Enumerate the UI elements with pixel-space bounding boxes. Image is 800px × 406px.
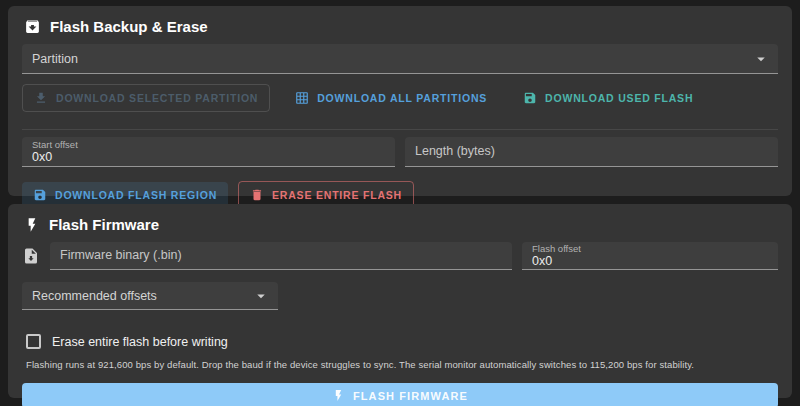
flash-firmware-title: Flash Firmware [49,216,159,233]
firmware-binary-field[interactable] [50,242,512,270]
download-used-flash-label: DOWNLOAD USED FLASH [545,92,693,104]
start-offset-label: Start offset [32,139,385,150]
recommended-offsets-label: Recommended offsets [32,289,157,303]
flash-backup-header: Flash Backup & Erase [22,14,778,44]
download-used-flash-button[interactable]: DOWNLOAD USED FLASH [512,85,704,111]
backup-buttons-row: DOWNLOAD SELECTED PARTITION DOWNLOAD ALL… [22,84,778,112]
flash-firmware-button[interactable]: FLASH FIRMWARE [22,383,778,406]
download-selected-partition-label: DOWNLOAD SELECTED PARTITION [56,92,258,104]
save-icon [523,91,537,105]
chevron-down-icon [252,287,270,305]
erase-before-write-row[interactable]: Erase entire flash before writing [26,334,778,349]
bolt-icon [332,389,345,402]
save-icon [33,188,47,202]
erase-entire-flash-label: ERASE ENTIRE FLASH [272,189,402,201]
download-all-partitions-button[interactable]: DOWNLOAD ALL PARTITIONS [284,85,498,111]
download-selected-partition-button[interactable]: DOWNLOAD SELECTED PARTITION [22,84,270,112]
backup-divider [22,129,778,130]
start-offset-input[interactable] [32,150,385,165]
flash-firmware-button-label: FLASH FIRMWARE [353,390,468,402]
baud-help-text: Flashing runs at 921,600 bps by default.… [26,359,778,370]
download-flash-region-label: DOWNLOAD FLASH REGION [55,189,217,201]
flash-firmware-header: Flash Firmware [22,212,778,242]
archive-icon [24,18,41,35]
flash-offset-input[interactable] [532,254,768,269]
erase-before-write-checkbox[interactable] [26,334,41,349]
length-input[interactable] [415,144,768,159]
file-icon[interactable] [22,247,40,265]
offset-fields-row: Start offset [22,137,778,167]
delete-icon [250,188,264,202]
erase-before-write-label: Erase entire flash before writing [52,335,228,349]
flash-backup-card: Flash Backup & Erase Partition DOWNLOAD … [8,6,792,196]
flash-firmware-card: Flash Firmware Flash offset Recommended … [8,204,792,398]
firmware-binary-input[interactable] [60,248,502,263]
recommended-offsets-select[interactable]: Recommended offsets [22,282,278,310]
flash-offset-label: Flash offset [532,243,768,254]
length-field[interactable] [405,137,778,167]
bolt-icon [24,217,40,233]
partition-select[interactable]: Partition [22,44,778,74]
grid-icon [295,91,309,105]
flash-backup-title: Flash Backup & Erase [50,18,208,35]
firmware-file-row: Flash offset [22,242,778,270]
download-icon [34,91,48,105]
chevron-down-icon [752,50,770,68]
download-all-partitions-label: DOWNLOAD ALL PARTITIONS [317,92,487,104]
start-offset-field[interactable]: Start offset [22,137,395,167]
partition-select-label: Partition [32,52,78,66]
flash-offset-field[interactable]: Flash offset [522,242,778,270]
